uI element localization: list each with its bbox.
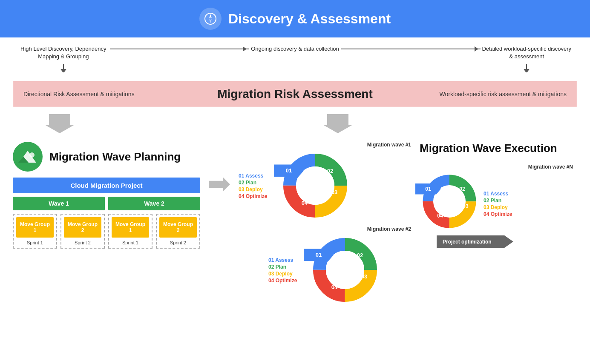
move-group-4: Move Group 2	[159, 217, 197, 238]
sprint-label-2: Sprint 2	[75, 240, 91, 245]
waveN-section: Migration wave #N 01 02 03 04	[420, 164, 577, 231]
svg-marker-12	[209, 178, 230, 192]
discovery-left: High Level Discovery, Dependency Mapping…	[17, 45, 110, 74]
project-optimization-arrow: Project optimization	[437, 235, 513, 248]
legend-02-waveN: 02 Plan	[484, 198, 512, 203]
mwp-title: Migration Wave Planning	[49, 150, 181, 163]
waves-diagram: Migration wave #1 01 Assess 02 Plan 03 D…	[234, 142, 415, 306]
risk-center-text: Migration Risk Assessment	[178, 87, 411, 101]
discovery-right: Detailed workload-specific discovery & a…	[481, 45, 573, 74]
waves-row: Wave 1 Wave 2	[13, 197, 200, 210]
svg-text:02: 02	[459, 186, 465, 192]
legend-02-wave2: 02 Plan	[268, 264, 305, 270]
mwp-header: Migration Wave Planning	[13, 142, 200, 172]
wave2-legend: 01 Assess 02 Plan 03 Deploy 04 Optimize	[268, 234, 305, 284]
move-group-2: Move Group 2	[64, 217, 101, 238]
risk-right-text: Workload-specific risk assessment & miti…	[412, 91, 567, 97]
mwe-title: Migration Wave Execution	[420, 142, 577, 155]
discovery-arrow-right-2	[341, 45, 480, 49]
cloud-project-bar: Cloud Migration Project	[13, 178, 200, 193]
legend-04-wave2: 04 Optimize	[268, 278, 305, 284]
mountain-icon	[13, 142, 43, 172]
move-group-1: Move Group 1	[16, 217, 54, 238]
svg-text:02: 02	[327, 168, 333, 174]
legend-03-wave1: 03 Deploy	[239, 186, 275, 192]
discovery-arrow-right-1	[110, 45, 249, 49]
svg-marker-2	[209, 19, 212, 23]
svg-marker-7	[45, 114, 75, 133]
project-optimization-row: Project optimization	[437, 235, 577, 248]
risk-left-text: Directional Risk Assessment & mitigation…	[23, 91, 178, 97]
wave2-label: Migration wave #2	[268, 226, 411, 232]
wave-2-section: Migration wave #2 01 Assess 02 Plan 03 D…	[268, 226, 411, 306]
legend-03-waveN: 03 Deploy	[484, 204, 512, 210]
svg-text:04: 04	[331, 284, 338, 290]
waveN-donut: 01 02 03 04	[420, 172, 479, 231]
waveN-tab: 01	[415, 183, 441, 195]
wave-1-section: Migration wave #1 01 Assess 02 Plan 03 D…	[239, 142, 411, 222]
svg-marker-1	[209, 14, 212, 18]
sprint-label-4: Sprint 2	[170, 240, 186, 245]
discovery-row: High Level Discovery, Dependency Mapping…	[0, 37, 590, 78]
big-arrows-row	[0, 110, 590, 138]
wave2-donut: 01 02 03 04	[309, 234, 381, 306]
move-group-container-2: Move Group 2 Sprint 2	[60, 214, 105, 249]
svg-marker-8	[323, 114, 353, 133]
risk-assessment-bar: Directional Risk Assessment & mitigation…	[13, 81, 577, 107]
sprint-label-1: Sprint 1	[27, 240, 43, 245]
compass-icon	[199, 8, 222, 30]
legend-04-waveN: 04 Optimize	[484, 211, 512, 217]
svg-text:03: 03	[331, 189, 337, 195]
wave-2-box: Wave 2	[108, 197, 200, 210]
svg-text:03: 03	[361, 273, 367, 280]
svg-text:04: 04	[437, 213, 443, 219]
wave1-donut: 01 02 03 04	[279, 149, 351, 222]
big-arrow-right	[263, 114, 412, 133]
wave1-tab: 01	[274, 164, 304, 177]
middle-arrow	[204, 142, 234, 193]
sprint-label-3: Sprint 1	[122, 240, 138, 245]
header-bar: Discovery & Assessment	[0, 0, 590, 37]
legend-01-wave1: 01 Assess	[239, 173, 275, 179]
move-group-3: Move Group 1	[112, 217, 149, 238]
svg-point-11	[29, 152, 35, 158]
move-group-container-3: Move Group 1 Sprint 1	[108, 214, 153, 249]
svg-text:02: 02	[357, 252, 363, 258]
main-content: Migration Wave Planning Cloud Migration …	[0, 138, 590, 315]
wave1-label: Migration wave #1	[239, 142, 411, 148]
wave2-tab: 01	[304, 249, 334, 261]
svg-marker-4	[60, 69, 66, 72]
move-groups-row: Move Group 1 Sprint 1 Move Group 2 Sprin…	[13, 214, 200, 249]
wave-1-box: Wave 1	[13, 197, 105, 210]
left-panel: Migration Wave Planning Cloud Migration …	[13, 142, 204, 249]
svg-text:04: 04	[302, 200, 308, 206]
wave1-legend: 01 Assess 02 Plan 03 Deploy 04 Optimize	[239, 149, 275, 199]
big-arrow-left	[17, 114, 102, 133]
right-panel: Migration Wave Execution Migration wave …	[415, 142, 577, 248]
svg-marker-6	[524, 69, 530, 72]
page-title: Discovery & Assessment	[228, 11, 391, 27]
legend-02-wave1: 02 Plan	[239, 180, 275, 186]
move-group-container-4: Move Group 2 Sprint 2	[156, 214, 200, 249]
svg-text:03: 03	[463, 203, 469, 209]
legend-01-waveN: 01 Assess	[484, 191, 512, 197]
legend-03-wave2: 03 Deploy	[268, 271, 305, 277]
legend-01-wave2: 01 Assess	[268, 257, 305, 263]
discovery-middle: Ongoing discovery & data collection	[249, 45, 342, 53]
move-group-container-1: Move Group 1 Sprint 1	[13, 214, 57, 249]
legend-04-wave1: 04 Optimize	[239, 193, 275, 199]
waveN-label: Migration wave #N	[420, 164, 573, 170]
waveN-legend: 01 Assess 02 Plan 03 Deploy 04 Optimize	[484, 172, 512, 217]
